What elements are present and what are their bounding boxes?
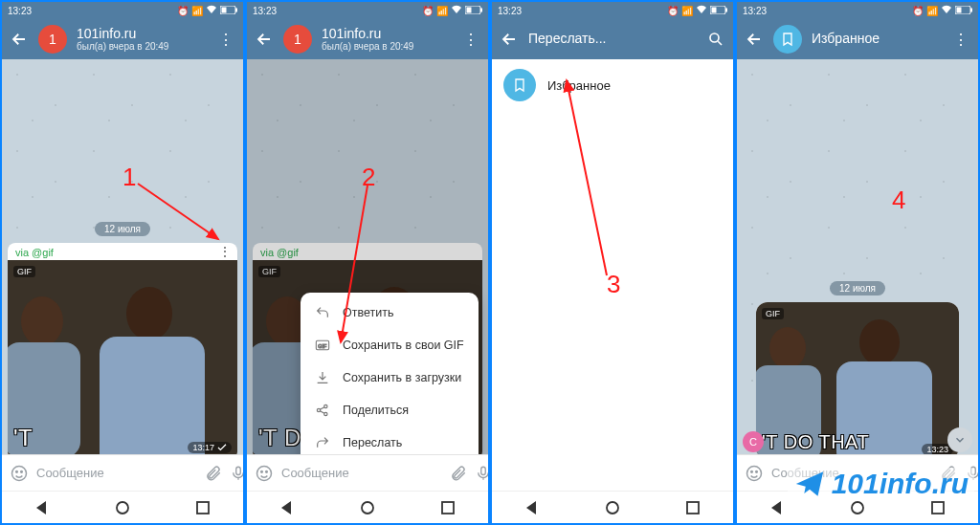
nav-home[interactable] bbox=[114, 499, 131, 516]
forward-title: Переслать... bbox=[528, 32, 697, 46]
gif-tag: GIF bbox=[258, 266, 280, 277]
more-button[interactable]: ⋮ bbox=[216, 30, 235, 49]
status-bar: 13:23 ⏰📶 bbox=[737, 2, 978, 19]
message-input[interactable] bbox=[281, 466, 442, 480]
alarm-icon: ⏰ bbox=[177, 6, 189, 16]
back-button[interactable] bbox=[10, 30, 29, 49]
status-bar: 13:23 ⏰📶 bbox=[492, 2, 733, 19]
emoji-button[interactable] bbox=[745, 464, 764, 483]
chat-title: 101info.ru bbox=[77, 27, 207, 41]
telegram-icon bbox=[793, 468, 826, 500]
svg-point-3 bbox=[12, 466, 27, 480]
nav-recent[interactable] bbox=[929, 499, 947, 516]
gif-caption: 'T DO THAT bbox=[762, 431, 869, 453]
battery-icon bbox=[465, 6, 482, 16]
attach-button[interactable] bbox=[205, 464, 222, 483]
mic-button[interactable] bbox=[475, 464, 490, 483]
nav-recent[interactable] bbox=[439, 499, 457, 516]
nav-back[interactable] bbox=[278, 499, 296, 516]
watermark: 101info.ru bbox=[788, 468, 974, 500]
more-button[interactable]: ⋮ bbox=[461, 30, 480, 49]
nav-back[interactable] bbox=[523, 499, 541, 516]
nav-recent[interactable] bbox=[684, 499, 702, 516]
avatar[interactable]: 1 bbox=[283, 25, 312, 54]
forward-header: Переслать... bbox=[492, 19, 733, 59]
battery-icon bbox=[220, 6, 237, 16]
gif-attachment[interactable]: GIF 'T 13:17 bbox=[8, 260, 237, 454]
search-button[interactable] bbox=[706, 30, 725, 49]
emoji-button[interactable] bbox=[255, 464, 274, 483]
chat-area[interactable]: 12 июля GIF 'T DO THAT 13:23 C bbox=[737, 59, 978, 454]
annotation-arrow bbox=[335, 182, 373, 350]
message-input-bar bbox=[247, 454, 488, 491]
menu-save-gif[interactable]: GIFСохранить в свои GIF bbox=[301, 329, 479, 361]
svg-rect-12 bbox=[480, 8, 482, 11]
date-pill: 12 июля bbox=[830, 281, 885, 295]
svg-rect-26 bbox=[712, 7, 717, 12]
mic-button[interactable] bbox=[230, 464, 245, 483]
back-button[interactable] bbox=[255, 30, 274, 49]
wifi-icon bbox=[206, 5, 217, 16]
scroll-to-bottom-button[interactable] bbox=[947, 427, 972, 452]
svg-rect-1 bbox=[222, 7, 227, 12]
menu-share[interactable]: Поделиться bbox=[301, 394, 479, 427]
reply-icon bbox=[314, 304, 331, 321]
message-input[interactable] bbox=[36, 466, 197, 480]
gif-tag: GIF bbox=[762, 308, 784, 319]
status-bar: 13:23 ⏰ 📶 bbox=[2, 2, 243, 19]
message-bubble[interactable]: GIF 'T DO THAT 13:23 bbox=[756, 302, 959, 454]
menu-download[interactable]: Сохранить в загрузки bbox=[301, 361, 479, 394]
header-title-block[interactable]: 101info.ru был(а) вчера в 20:49 bbox=[77, 27, 207, 52]
svg-rect-2 bbox=[235, 8, 237, 11]
emoji-button[interactable] bbox=[10, 464, 29, 483]
battery-icon bbox=[710, 6, 727, 16]
svg-line-24 bbox=[341, 186, 368, 342]
chat-header: 1 101info.ru был(а) вчера в 20:49 ⋮ bbox=[2, 19, 243, 59]
chat-subtitle: был(а) вчера в 20:49 bbox=[77, 41, 207, 52]
nav-home[interactable] bbox=[359, 499, 376, 516]
wifi-icon bbox=[696, 5, 707, 16]
signal-icon: 📶 bbox=[191, 6, 203, 16]
nav-back[interactable] bbox=[768, 499, 786, 516]
nav-recent[interactable] bbox=[194, 499, 212, 516]
svg-line-9 bbox=[138, 184, 218, 239]
back-button[interactable] bbox=[745, 30, 764, 49]
gif-attachment[interactable]: GIF 'T DO THAT 13:23 bbox=[756, 302, 959, 454]
more-button[interactable]: ⋮ bbox=[951, 30, 970, 49]
svg-point-35 bbox=[747, 466, 762, 480]
avatar[interactable] bbox=[773, 25, 802, 54]
phone-3: 13:23 ⏰📶 Переслать... Избранное 3 bbox=[490, 0, 735, 525]
gif-caption: 'T bbox=[13, 425, 33, 451]
menu-forward[interactable]: Переслать bbox=[301, 427, 479, 454]
download-icon bbox=[314, 369, 331, 386]
android-nav bbox=[247, 491, 488, 523]
status-bar: 13:23 ⏰📶 bbox=[247, 2, 488, 19]
alarm-icon: ⏰ bbox=[667, 6, 679, 16]
chat-title: Избранное bbox=[812, 32, 942, 46]
avatar[interactable]: 1 bbox=[38, 25, 67, 54]
wifi-icon bbox=[451, 5, 462, 16]
back-button[interactable] bbox=[500, 30, 519, 49]
attach-button[interactable] bbox=[450, 464, 467, 483]
menu-reply[interactable]: Ответить bbox=[301, 296, 479, 329]
android-nav bbox=[2, 491, 243, 523]
alarm-icon: ⏰ bbox=[422, 6, 434, 16]
sender-avatar[interactable]: C bbox=[743, 431, 764, 452]
annotation-number: 3 bbox=[607, 270, 620, 299]
message-bubble[interactable]: via @gif ⋮ GIF 'T 13:17 bbox=[8, 243, 237, 454]
chat-area[interactable]: 12 июля via @gif ⋮ GIF 'T 13:17 bbox=[2, 59, 243, 454]
bookmark-icon bbox=[503, 69, 536, 101]
annotation-arrow bbox=[136, 182, 228, 249]
android-nav bbox=[492, 491, 733, 523]
nav-home[interactable] bbox=[849, 499, 866, 516]
chat-subtitle: был(а) вчера в 20:49 bbox=[322, 41, 452, 52]
chat-header: Избранное ⋮ bbox=[737, 19, 978, 59]
watermark-text: 101info.ru bbox=[832, 468, 969, 500]
nav-back[interactable] bbox=[33, 499, 51, 516]
phone-4: 13:23 ⏰📶 Избранное ⋮ 12 июля GIF 'T DO T… bbox=[735, 0, 980, 525]
nav-home[interactable] bbox=[604, 499, 621, 516]
header-title-block[interactable]: 101info.ru был(а) вчера в 20:49 bbox=[322, 27, 452, 52]
svg-rect-34 bbox=[970, 8, 972, 11]
svg-point-18 bbox=[257, 466, 272, 480]
annotation-arrow bbox=[561, 75, 618, 281]
